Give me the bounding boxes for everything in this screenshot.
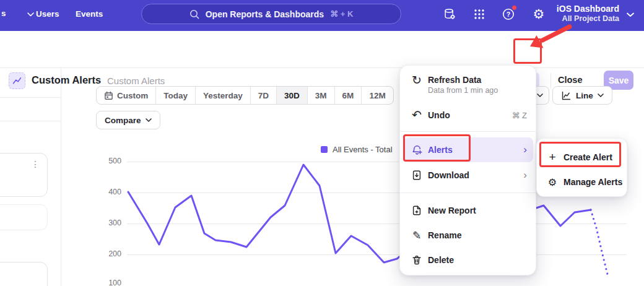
- menu-item-download[interactable]: Download ›: [400, 163, 537, 188]
- bell-plus-icon: [411, 144, 423, 156]
- sidebar-card[interactable]: [0, 262, 48, 286]
- menu-divider: [400, 193, 537, 193]
- project-switcher[interactable]: iOS Dashboard All Project Data: [520, 3, 619, 24]
- rename-pencil-icon: ✎: [411, 229, 423, 242]
- more-dropdown-menu: ↻ Refresh Data Data from 1 min ago ↶ Und…: [399, 65, 536, 275]
- chart-line-dashed: [591, 210, 608, 277]
- search-icon: [189, 9, 199, 19]
- alerts-submenu: + Create Alert ⚙ Manage Alerts: [536, 138, 627, 197]
- menu-item-label: Alerts: [428, 145, 453, 155]
- legend-swatch: [321, 146, 328, 153]
- notification-dot: [511, 5, 517, 11]
- submenu-item-label: Create Alert: [564, 152, 612, 162]
- range-custom[interactable]: Custom: [97, 87, 156, 104]
- chart-legend[interactable]: All Events - Total: [321, 145, 393, 154]
- report-header: Custom Alerts Custom Alerts GV Duplicate…: [0, 31, 644, 67]
- menu-item-label: Download: [428, 170, 469, 180]
- chart-type-button[interactable]: Line: [552, 86, 612, 105]
- apps-grid-icon[interactable]: [471, 6, 487, 22]
- menu-item-new-report[interactable]: New Report: [400, 198, 537, 223]
- search-placeholder: Open Reports & Dashboards: [206, 9, 324, 19]
- chevron-down-icon: [27, 12, 34, 17]
- app-root: s Users Events Open Reports & Dashboards…: [0, 0, 644, 286]
- y-axis-tick: 200: [105, 249, 121, 258]
- submenu-item-create-alert[interactable]: + Create Alert: [537, 145, 628, 170]
- plus-icon: +: [546, 150, 559, 164]
- range-label: Custom: [117, 91, 148, 100]
- undo-shortcut: ⌘ Z: [511, 111, 527, 120]
- range-30d[interactable]: 30D: [277, 87, 308, 104]
- page-title: Custom Alerts: [32, 74, 101, 86]
- menu-item-delete[interactable]: Delete: [400, 248, 537, 272]
- y-axis-tick: 100: [105, 279, 121, 286]
- trash-icon: [411, 254, 423, 266]
- download-icon: [411, 170, 423, 181]
- menu-item-alerts[interactable]: Alerts ›: [400, 137, 537, 162]
- menu-item-label: New Report: [428, 206, 476, 215]
- range-yesterday[interactable]: Yesterday: [196, 87, 251, 104]
- menu-item-undo[interactable]: ↶ Undo ⌘ Z: [400, 103, 537, 128]
- range-7d[interactable]: 7D: [251, 87, 277, 104]
- compare-label: Compare: [105, 116, 141, 125]
- nav-item-users[interactable]: Users: [36, 9, 59, 19]
- search-shortcut: ⌘ + K: [330, 9, 353, 19]
- data-management-icon[interactable]: [442, 6, 458, 22]
- compare-button[interactable]: Compare: [96, 111, 160, 129]
- breadcrumb: Custom Alerts: [107, 76, 165, 86]
- project-chevron-down-icon: [627, 12, 634, 17]
- chart-type-label: Line: [576, 91, 593, 100]
- menu-divider: [400, 131, 537, 132]
- gridline: [127, 254, 627, 255]
- range-12m[interactable]: 12M: [362, 87, 393, 104]
- sidebar-row-divider: [0, 97, 61, 98]
- refresh-icon: ↻: [411, 75, 423, 86]
- gridline: [127, 223, 627, 224]
- submenu-item-label: Manage Alerts: [564, 177, 622, 187]
- submenu-arrow-icon: ›: [523, 171, 527, 180]
- menu-item-label: Delete: [428, 255, 454, 265]
- nav-item-fragment[interactable]: s: [1, 9, 6, 18]
- range-6m[interactable]: 6M: [335, 87, 362, 104]
- y-axis-tick: 400: [105, 188, 121, 196]
- date-range-control: Custom Today Yesterday 7D 30D 3M 6M 12M: [96, 86, 394, 105]
- y-axis-tick: 300: [105, 219, 121, 227]
- header-separator: [550, 73, 551, 88]
- close-button[interactable]: Close: [558, 75, 583, 85]
- sidebar-card[interactable]: [0, 204, 48, 230]
- project-title: iOS Dashboard: [520, 3, 619, 14]
- menu-item-rename[interactable]: ✎ Rename: [400, 223, 537, 248]
- y-axis-tick: 500: [105, 157, 121, 165]
- range-3m[interactable]: 3M: [308, 87, 335, 104]
- menu-item-label: Undo: [428, 110, 450, 120]
- legend-label: All Events - Total: [333, 145, 393, 154]
- menu-item-label: Rename: [428, 230, 461, 240]
- menu-item-label: Refresh Data: [428, 75, 481, 85]
- submenu-item-manage-alerts[interactable]: ⚙ Manage Alerts: [537, 170, 628, 194]
- submenu-arrow-icon: ›: [523, 145, 527, 154]
- refresh-status-text: Data from 1 min ago: [428, 86, 498, 95]
- svg-text:?: ?: [507, 11, 510, 18]
- help-icon[interactable]: ?: [500, 6, 516, 22]
- manage-gear-icon: ⚙: [546, 176, 559, 188]
- nav-item-events[interactable]: Events: [76, 9, 103, 19]
- sidebar-card[interactable]: ⋮: [0, 153, 48, 197]
- report-type-icon: [9, 72, 25, 89]
- range-today[interactable]: Today: [156, 87, 196, 104]
- kebab-menu-icon[interactable]: ⋮: [31, 160, 40, 168]
- header-divider: [0, 67, 644, 68]
- search-input[interactable]: Open Reports & Dashboards ⌘ + K: [141, 4, 401, 24]
- project-subtitle: All Project Data: [520, 14, 619, 24]
- top-navbar: s Users Events Open Reports & Dashboards…: [0, 0, 644, 31]
- sidebar-divider: [61, 68, 61, 286]
- new-report-icon: [411, 205, 423, 216]
- undo-icon: ↶: [411, 110, 423, 120]
- sidebar-row-divider: [0, 121, 61, 121]
